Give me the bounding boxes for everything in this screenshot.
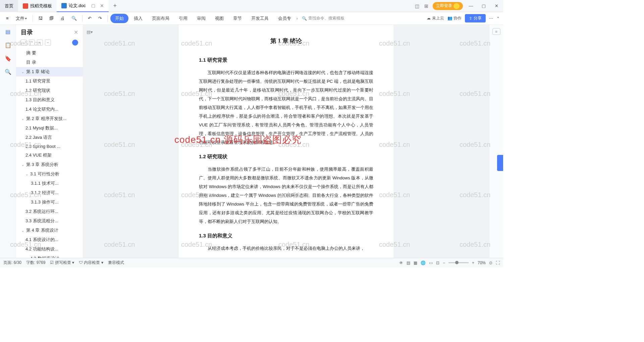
new-tab-button[interactable]: + [109,2,122,9]
tab-document[interactable]: 论文.doc▢✕ [57,0,109,12]
view-read-icon[interactable]: ▭ [429,261,433,265]
tab-templates[interactable]: 找稻壳模板 [18,0,57,12]
more-icon[interactable]: › [297,16,298,21]
tab-chapter[interactable]: 章节 [229,14,246,23]
login-button[interactable]: 立即登录 [433,2,463,10]
view-outline-icon[interactable]: 🌐 [421,261,426,265]
outline-item[interactable]: 3.1.1 技术可... [16,179,83,188]
file-menu[interactable]: 文件 ▾ [13,14,30,23]
tab-home[interactable]: 首页 [0,0,18,12]
level-up-icon[interactable]: + [37,40,43,46]
page-indicator[interactable]: 页面: 6/30 [3,260,21,266]
outline-item[interactable]: 2.4 VUE 框架 [16,151,83,160]
save-as-icon[interactable]: 🗐 [47,14,56,22]
tab-insert[interactable]: 插入 [130,14,147,23]
sync-icon[interactable] [72,40,78,46]
outline-item[interactable]: 1.1 研究背景 [16,76,83,86]
word-count[interactable]: 字数: 9769 [26,260,45,266]
outline-item[interactable]: 摘 要 [16,48,83,58]
outline-item[interactable]: ⌄第 4 章 系统设计 [16,226,83,235]
panel-toggle-icon[interactable]: ≡ [492,28,500,35]
outline-item-label: 第 4 章 系统设计 [26,227,58,233]
outline-item[interactable]: 2.3 Spring Boot ... [16,142,83,151]
bookmark-icon[interactable]: 🔖 [5,55,11,62]
outline-item[interactable]: 4.1 系统设计的... [16,235,83,244]
outline-item[interactable]: 3.1.3 操作可... [16,197,83,207]
outline-item[interactable]: 3.2 系统运行环... [16,207,83,216]
login-label: 立即登录 [436,3,452,9]
print-icon[interactable]: 🖨 [58,14,67,22]
outline-item[interactable]: ⌄3.1 可行性分析 [16,169,83,179]
spellcheck-toggle[interactable]: ☑ 拼写检查 ▾ [50,260,74,266]
outline-item[interactable]: 2.2 Java 语言 [16,133,83,142]
outline-item-label: 4.2 功能结构设... [25,246,58,252]
preview-icon[interactable]: 🔍 [69,14,79,22]
outline-item[interactable]: 3.1.2 经济可... [16,188,83,197]
outline-icon[interactable]: ▤ [5,28,11,35]
apps-icon[interactable]: ⊞ [423,3,429,9]
zoom-slider[interactable] [448,262,469,263]
outline-item-label: 第 2 章 程序开发技... [26,116,66,122]
outline-item[interactable]: 目 录 [16,58,83,67]
share-button[interactable]: ⇪ 分享 [465,14,486,22]
outline-item[interactable]: 1.3 目的和意义 [16,95,83,105]
redo-icon[interactable]: ↷ [96,14,105,22]
view-page-icon[interactable]: ▤ [407,261,410,265]
tab-view[interactable]: 视图 [211,14,228,23]
collapse-all-icon[interactable]: ⌄ [21,40,27,46]
file-label: 文件 [16,15,24,21]
eye-icon[interactable]: 👁 [399,261,403,265]
tab-start[interactable]: 开始 [110,14,128,23]
close-button[interactable]: ✕ [492,1,501,11]
document-area[interactable]: ▤▾ 第 1 章 绪论 1.1 研究背景 互联网时代不仅仅是通过各种各样的电脑进… [83,25,489,258]
outline-item[interactable]: ⌄第 2 章 程序开发技... [16,114,83,123]
maximize-button[interactable]: ▢ [479,1,488,11]
page-options-icon[interactable]: ▤▾ [87,30,93,35]
tab-label: 找稻壳模板 [30,3,52,9]
outline-item[interactable]: ⌄第 3 章 系统分析 [16,160,83,169]
layout-icon[interactable]: ◫ [414,3,420,9]
outline-item[interactable]: ⌄第 1 章 绪论 [16,67,83,76]
titlebar: 首页 找稻壳模板 论文.doc▢✕ + ◫ ⊞ 立即登录 — ▢ ✕ [0,0,503,12]
search-icon[interactable]: 🔍 [5,68,11,75]
menu-icon[interactable]: ≡ [3,14,11,22]
outline-item[interactable]: 1.4 论文研究内... [16,105,83,114]
zoom-in-button[interactable]: + [472,261,474,265]
fit-icon[interactable]: ⊙ [489,261,492,265]
tab-reference[interactable]: 引用 [175,14,192,23]
outline-item-label: 1.1 研究背景 [25,78,50,84]
panel-close-icon[interactable]: ✕ [74,29,78,36]
clipboard-icon[interactable]: 📋 [5,42,11,48]
expand-all-icon[interactable]: ⌃ [29,40,35,46]
zoom-out-button[interactable]: − [443,261,445,265]
command-search[interactable]: 🔍 查找命令、搜索模板 [302,15,344,21]
outline-item-label: 目 录 [26,59,36,65]
tab-label: 论文.doc [69,3,86,9]
content-check[interactable]: 🛡 内容检查 ▾ [79,260,103,266]
zoom-settings-icon[interactable]: ⊡ [436,261,439,265]
close-icon[interactable]: ✕ [100,3,104,8]
view-web-icon[interactable]: ▦ [414,261,417,265]
minimize-button[interactable]: — [466,1,476,11]
outline-item[interactable]: 3.3 系统流程分... [16,216,83,226]
save-icon[interactable]: 🖫 [36,14,45,22]
tab-member[interactable]: 会员专 [274,14,295,23]
tab-devtools[interactable]: 开发工具 [247,14,273,23]
feedback-tab[interactable] [497,155,503,171]
undo-icon[interactable]: ↶ [85,14,94,22]
level-down-icon[interactable]: − [45,40,51,46]
tab-layout[interactable]: 页面布局 [148,14,173,23]
outline-item[interactable]: 2.1 Mysql 数据... [16,123,83,133]
zoom-value[interactable]: 70% [478,261,486,265]
expand-icon[interactable]: ⌃ [496,16,500,21]
tab-review[interactable]: 审阅 [193,14,210,23]
collab-button[interactable]: 👥 协作 [447,15,462,21]
content-label: 内容检查 [84,260,100,265]
overflow-icon[interactable]: ⋯ [489,16,493,21]
present-icon[interactable]: ▢ [91,3,95,8]
outline-item[interactable]: ⌄4.3 数据库设计 [16,254,83,258]
fullscreen-icon[interactable]: ⛶ [496,261,500,265]
outline-item[interactable]: 4.2 功能结构设... [16,244,83,254]
outline-item[interactable]: 1.2 研究现状 [16,86,83,95]
cloud-status[interactable]: ☁ 未上云 [427,15,444,21]
